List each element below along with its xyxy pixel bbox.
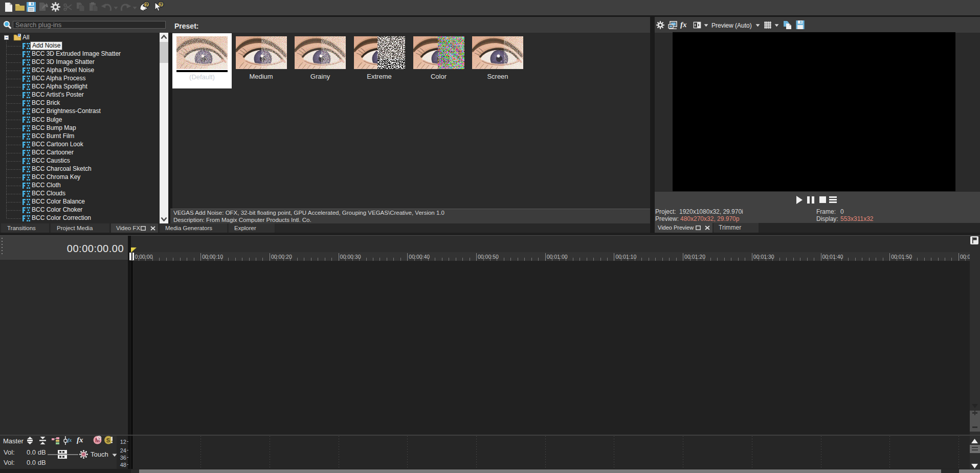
svg-text:R: R (82, 452, 85, 457)
svg-text:S: S (106, 437, 110, 443)
svg-text:?: ? (145, 2, 148, 8)
svg-text:fx: fx (68, 437, 72, 443)
